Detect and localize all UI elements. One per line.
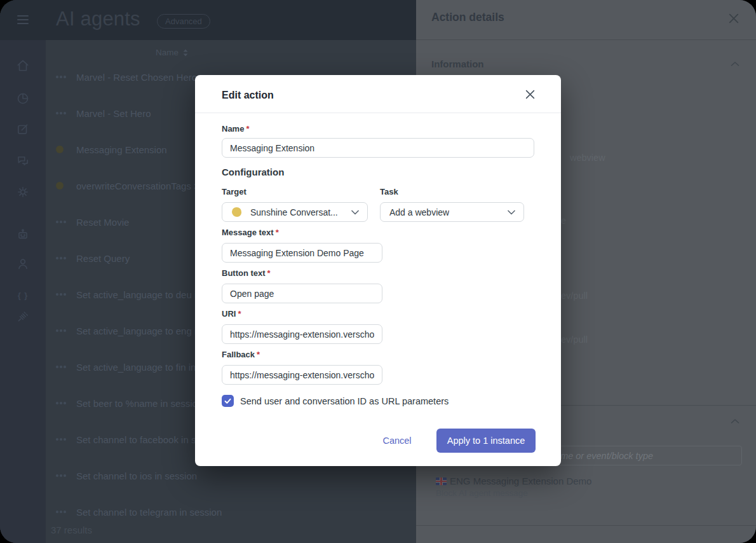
page-title: AI agents bbox=[56, 8, 140, 31]
sidebar: { } bbox=[0, 40, 46, 543]
uri-label: URI* bbox=[222, 309, 241, 319]
task-value: Add a webview bbox=[389, 207, 449, 217]
ai-agent-robot-icon[interactable] bbox=[16, 227, 30, 241]
required-asterisk: * bbox=[257, 350, 260, 359]
settings-gear-icon[interactable] bbox=[16, 185, 30, 199]
required-asterisk: * bbox=[238, 309, 241, 319]
cancel-button[interactable]: Cancel bbox=[375, 430, 419, 450]
list-item[interactable]: Set channel to telegram in session bbox=[46, 501, 416, 523]
sunshine-conversations-icon bbox=[56, 182, 64, 189]
instance-list-item[interactable]: ENG Messaging Extension Demo Block AI ag… bbox=[436, 476, 591, 498]
close-icon[interactable] bbox=[525, 90, 537, 101]
list-item-label: Set beer to %name in session bbox=[76, 398, 203, 409]
instance-search-input[interactable] bbox=[542, 446, 742, 465]
edit-action-modal: Edit action Name* Configuration Target T… bbox=[195, 75, 561, 466]
dots-icon bbox=[56, 293, 70, 296]
apply-button[interactable]: Apply to 1 instance bbox=[436, 429, 536, 453]
configuration-heading: Configuration bbox=[222, 167, 284, 177]
dots-icon bbox=[56, 329, 70, 332]
message-text-input[interactable] bbox=[222, 243, 382, 263]
checkbox-checked-icon[interactable] bbox=[222, 395, 234, 407]
uri-input[interactable] bbox=[222, 324, 382, 344]
list-item-label: Set active_language to eng in se bbox=[76, 326, 215, 336]
task-select[interactable]: Add a webview bbox=[380, 202, 524, 222]
dots-icon bbox=[56, 221, 70, 223]
required-asterisk: * bbox=[246, 124, 249, 134]
target-value: Sunshine Conversat... bbox=[250, 207, 338, 217]
chevron-up-icon[interactable] bbox=[731, 418, 739, 424]
profile-icon[interactable] bbox=[16, 257, 30, 271]
results-count: 37 results bbox=[51, 525, 92, 535]
dots-icon bbox=[56, 438, 70, 441]
list-item-label: Reset Movie bbox=[76, 217, 129, 228]
uk-flag-icon bbox=[436, 478, 447, 485]
advanced-badge: Advanced bbox=[157, 14, 210, 29]
drawer-title: Action details bbox=[431, 11, 504, 24]
dots-icon bbox=[56, 474, 70, 477]
message-text-label: Message text* bbox=[222, 228, 279, 237]
send-ids-checkbox-row[interactable]: Send user and conversation ID as URL par… bbox=[222, 395, 449, 407]
button-text-input[interactable] bbox=[222, 284, 382, 303]
list-item-label: Set channel to telegram in session bbox=[76, 507, 222, 518]
list-item-label: Marvel - Set Hero bbox=[76, 108, 151, 119]
name-input[interactable] bbox=[222, 138, 534, 158]
integrations-plug-icon[interactable] bbox=[16, 310, 30, 324]
drawer-text-fragment: ev/pull bbox=[561, 334, 588, 345]
list-item-label: Messaging Extension bbox=[76, 144, 167, 155]
modal-title: Edit action bbox=[222, 90, 274, 101]
sort-icon bbox=[182, 48, 189, 57]
menu-icon[interactable] bbox=[17, 15, 29, 24]
conversations-icon[interactable] bbox=[16, 154, 30, 168]
chevron-up-icon[interactable] bbox=[731, 61, 739, 67]
required-asterisk: * bbox=[276, 228, 279, 237]
column-header-name[interactable]: Name bbox=[156, 48, 189, 57]
dots-icon bbox=[56, 76, 70, 78]
target-label: Target bbox=[222, 187, 246, 196]
fallback-input[interactable] bbox=[222, 365, 382, 385]
divider bbox=[416, 525, 756, 526]
list-item-label: Marvel - Reset Chosen Hero bbox=[76, 72, 197, 83]
target-select[interactable]: Sunshine Conversat... bbox=[222, 202, 368, 222]
app-screen: AI agents Advanced { } Name Marvel - Res… bbox=[0, 0, 756, 543]
information-section-label: Information bbox=[431, 58, 484, 69]
chevron-down-icon bbox=[351, 210, 359, 215]
sunshine-conversations-icon bbox=[56, 146, 64, 153]
code-braces-icon[interactable]: { } bbox=[16, 289, 30, 303]
name-label: Name* bbox=[222, 124, 249, 134]
sunshine-conversations-icon bbox=[232, 207, 241, 217]
checkbox-label: Send user and conversation ID as URL par… bbox=[240, 396, 449, 406]
dots-icon bbox=[56, 257, 70, 259]
topbar: AI agents Advanced bbox=[0, 0, 416, 40]
instance-title: ENG Messaging Extension Demo bbox=[450, 476, 591, 486]
required-asterisk: * bbox=[267, 268, 271, 278]
list-item-label: Set active_language to deu in se bbox=[76, 289, 215, 300]
dots-icon bbox=[56, 511, 70, 513]
drawer-text-fragment: ev/pull bbox=[561, 291, 588, 301]
dots-icon bbox=[56, 366, 70, 368]
list-item[interactable]: Set channel to ios in session bbox=[46, 465, 416, 486]
dots-icon bbox=[56, 112, 70, 114]
dots-icon bbox=[56, 402, 70, 404]
drawer-text-fragment: webview bbox=[570, 153, 605, 163]
task-label: Task bbox=[380, 187, 398, 196]
button-text-label: Button text* bbox=[222, 268, 271, 278]
drawer-text-fragment: e bbox=[561, 216, 566, 226]
divider bbox=[195, 113, 561, 113]
instance-subtitle: Block AI agent message bbox=[436, 488, 591, 498]
compose-icon[interactable] bbox=[16, 122, 30, 136]
analytics-pie-icon[interactable] bbox=[16, 92, 30, 106]
home-icon[interactable] bbox=[16, 58, 30, 72]
list-item-label: Set active_language to fin in ses bbox=[76, 362, 213, 373]
divider bbox=[416, 39, 756, 40]
chevron-down-icon bbox=[508, 210, 515, 215]
list-item-label: Set channel to ios in session bbox=[76, 471, 197, 481]
close-icon[interactable] bbox=[729, 13, 740, 25]
list-item-label: Reset Query bbox=[76, 253, 130, 264]
fallback-label: Fallback* bbox=[222, 350, 260, 359]
